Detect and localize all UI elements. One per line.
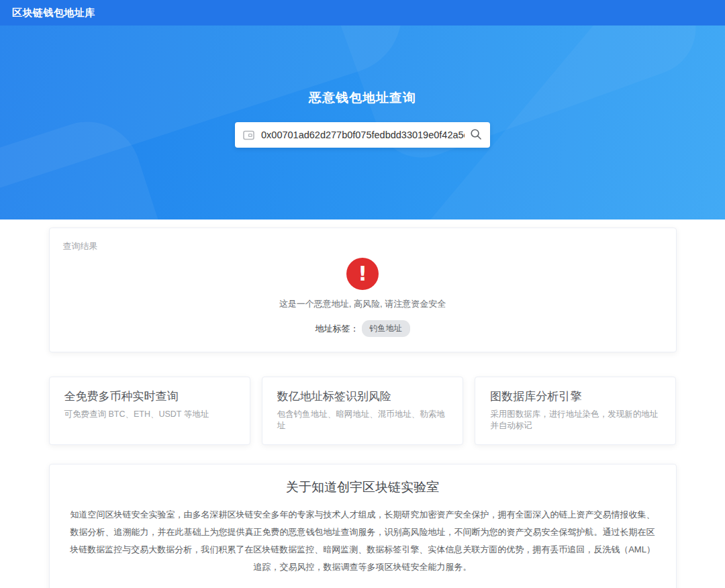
feature-title: 全免费多币种实时查询 <box>64 389 235 404</box>
feature-card-labels: 数亿地址标签识别风险 包含钓鱼地址、暗网地址、混币地址、勒索地址 <box>262 377 463 445</box>
main-content: 查询结果 ! 这是一个恶意地址, 高风险, 请注意资金安全 地址标签： 钓鱼地址… <box>49 228 677 588</box>
search-button[interactable] <box>470 128 482 142</box>
address-search-bar <box>235 122 490 148</box>
feature-cards-row: 全免费多币种实时查询 可免费查询 BTC、ETH、USDT 等地址 数亿地址标签… <box>49 377 677 445</box>
address-tag-label: 地址标签： <box>316 323 359 335</box>
about-card: 关于知道创宇区块链实验室 知道空间区块链安全实验室，由多名深耕区块链安全多年的专… <box>49 464 677 588</box>
feature-card-graphdb: 图数据库分析引擎 采用图数据库，进行地址染色，发现新的地址并自动标记 <box>475 377 676 445</box>
about-title: 关于知道创宇区块链实验室 <box>67 479 659 496</box>
wallet-icon <box>243 130 254 140</box>
error-exclamation-icon: ! <box>346 258 379 290</box>
page-title: 恶意钱包地址查询 <box>0 89 725 107</box>
about-paragraph: 知道空间区块链安全实验室，由多名深耕区块链安全多年的专家与技术人才组成，长期研究… <box>67 506 659 576</box>
result-panel-label: 查询结果 <box>63 240 663 252</box>
feature-title: 数亿地址标签识别风险 <box>277 389 448 404</box>
feature-card-multicoin: 全免费多币种实时查询 可免费查询 BTC、ETH、USDT 等地址 <box>49 377 250 445</box>
feature-desc: 可免费查询 BTC、ETH、USDT 等地址 <box>64 409 235 420</box>
feature-title: 图数据库分析引擎 <box>490 389 661 404</box>
address-search-input[interactable] <box>261 130 465 140</box>
app-title: 区块链钱包地址库 <box>12 7 95 19</box>
address-tag-badge: 钓鱼地址 <box>362 320 410 337</box>
feature-desc: 包含钓鱼地址、暗网地址、混币地址、勒索地址 <box>277 409 448 432</box>
risk-message: 这是一个恶意地址, 高风险, 请注意资金安全 <box>63 298 663 310</box>
feature-desc: 采用图数据库，进行地址染色，发现新的地址并自动标记 <box>490 409 661 432</box>
query-result-card: 查询结果 ! 这是一个恶意地址, 高风险, 请注意资金安全 地址标签： 钓鱼地址 <box>49 228 677 352</box>
hero-banner: 恶意钱包地址查询 <box>0 26 725 219</box>
top-navbar: 区块链钱包地址库 <box>0 0 725 26</box>
search-icon <box>470 128 482 142</box>
